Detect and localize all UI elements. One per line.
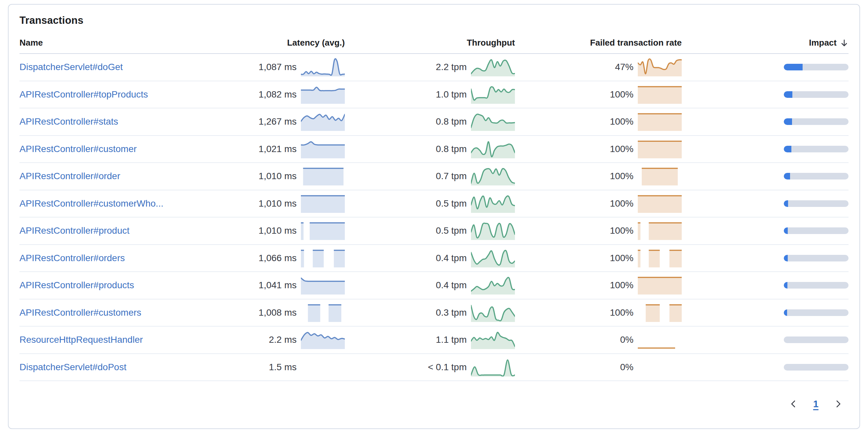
transaction-name-link[interactable]: APIRestController#customers xyxy=(20,308,142,318)
impact-bar-fill xyxy=(784,200,788,207)
impact-cell xyxy=(682,173,848,179)
latency-cell: 1,082 ms xyxy=(206,85,345,104)
throughput-cell: 0.5 tpm xyxy=(345,194,515,213)
transaction-name-link[interactable]: ResourceHttpRequestHandler xyxy=(20,335,143,345)
latency-sparkline xyxy=(301,140,345,158)
latency-sparkline xyxy=(301,194,345,213)
column-header-impact[interactable]: Impact xyxy=(682,38,848,48)
page-1-button[interactable]: 1 xyxy=(807,395,825,413)
throughput-value: 0.8 tpm xyxy=(436,116,467,127)
column-header-name: Name xyxy=(20,38,206,48)
throughput-cell: 0.4 tpm xyxy=(345,249,515,267)
latency-value: 1,021 ms xyxy=(259,144,297,154)
latency-cell: 1,066 ms xyxy=(206,249,345,267)
failed-rate-value: 100% xyxy=(610,144,633,154)
impact-cell xyxy=(682,91,848,98)
throughput-value: 2.2 tpm xyxy=(436,62,467,73)
throughput-sparkline xyxy=(471,58,515,76)
impact-cell xyxy=(682,200,848,207)
impact-bar-fill xyxy=(784,173,790,179)
throughput-value: 0.3 tpm xyxy=(436,308,467,318)
column-header-latency: Latency (avg.) xyxy=(206,38,345,48)
latency-sparkline xyxy=(301,358,345,376)
transaction-name-link[interactable]: APIRestController#order xyxy=(20,171,120,181)
transaction-name-link[interactable]: DispatcherServlet#doPost xyxy=(20,362,126,372)
failed-rate-cell: 100% xyxy=(515,140,682,158)
throughput-sparkline xyxy=(471,249,515,267)
impact-bar-fill xyxy=(784,64,803,70)
impact-bar-fill xyxy=(784,118,792,125)
throughput-value: 1.0 tpm xyxy=(436,89,467,100)
table-row: APIRestController#topProducts 1,082 ms 1… xyxy=(20,81,848,109)
throughput-cell: < 0.1 tpm xyxy=(345,358,515,376)
failed-rate-value: 47% xyxy=(615,62,633,73)
throughput-value: 0.4 tpm xyxy=(436,280,467,291)
previous-page-button[interactable] xyxy=(784,395,802,413)
table-body: DispatcherServlet#doGet 1,087 ms 2.2 tpm… xyxy=(20,54,848,381)
failed-rate-value: 100% xyxy=(610,198,633,209)
impact-bar xyxy=(784,64,848,70)
throughput-value: 0.5 tpm xyxy=(436,198,467,209)
impact-bar-fill xyxy=(784,282,787,289)
transaction-name-link[interactable]: APIRestController#products xyxy=(20,280,134,290)
name-cell: APIRestController#product xyxy=(20,225,206,236)
failed-rate-sparkline xyxy=(638,249,682,267)
transaction-name-link[interactable]: APIRestController#stats xyxy=(20,116,118,126)
table-row: APIRestController#orders 1,066 ms 0.4 tp… xyxy=(20,245,848,272)
transaction-name-link[interactable]: APIRestController#customerWho... xyxy=(20,198,163,208)
throughput-cell: 0.8 tpm xyxy=(345,112,515,131)
table-row: ResourceHttpRequestHandler 2.2 ms 1.1 tp… xyxy=(20,326,848,354)
table-header-row: Name Latency (avg.) Throughput Failed tr… xyxy=(20,38,848,54)
name-cell: DispatcherServlet#doGet xyxy=(20,62,206,73)
next-page-button[interactable] xyxy=(829,395,847,413)
transaction-name-link[interactable]: APIRestController#topProducts xyxy=(20,89,148,99)
latency-cell: 1,008 ms xyxy=(206,304,345,322)
throughput-sparkline xyxy=(471,222,515,240)
name-cell: APIRestController#customerWho... xyxy=(20,198,206,209)
failed-rate-value: 100% xyxy=(610,116,633,127)
failed-rate-cell: 100% xyxy=(515,276,682,294)
throughput-sparkline xyxy=(471,167,515,185)
impact-bar xyxy=(784,227,848,234)
impact-bar-fill xyxy=(784,309,787,316)
latency-value: 1,082 ms xyxy=(259,89,297,100)
impact-bar xyxy=(784,173,848,179)
throughput-sparkline xyxy=(471,304,515,322)
name-cell: APIRestController#topProducts xyxy=(20,89,206,100)
current-page-number: 1 xyxy=(813,399,818,409)
latency-value: 1,010 ms xyxy=(259,198,297,209)
latency-cell: 1.5 ms xyxy=(206,358,345,376)
failed-rate-sparkline xyxy=(638,358,682,376)
transaction-name-link[interactable]: APIRestController#orders xyxy=(20,253,125,263)
throughput-sparkline xyxy=(471,112,515,131)
latency-value: 1,010 ms xyxy=(259,171,297,181)
impact-bar xyxy=(784,309,848,316)
throughput-sparkline xyxy=(471,85,515,104)
impact-cell xyxy=(682,227,848,234)
impact-bar xyxy=(784,255,848,261)
failed-rate-cell: 0% xyxy=(515,358,682,376)
impact-cell xyxy=(682,118,848,125)
throughput-cell: 1.1 tpm xyxy=(345,330,515,349)
latency-value: 2.2 ms xyxy=(269,335,297,345)
failed-rate-value: 100% xyxy=(610,89,633,100)
latency-sparkline xyxy=(301,330,345,349)
failed-rate-sparkline xyxy=(638,276,682,294)
panel-title: Transactions xyxy=(20,5,848,38)
impact-cell xyxy=(682,255,848,261)
latency-value: 1,041 ms xyxy=(259,280,297,291)
failed-rate-cell: 0% xyxy=(515,330,682,349)
impact-bar xyxy=(784,282,848,289)
latency-sparkline xyxy=(301,112,345,131)
transactions-table: Name Latency (avg.) Throughput Failed tr… xyxy=(20,38,848,381)
latency-value: 1,010 ms xyxy=(259,225,297,236)
failed-rate-sparkline xyxy=(638,304,682,322)
failed-rate-sparkline xyxy=(638,194,682,213)
latency-sparkline xyxy=(301,276,345,294)
throughput-sparkline xyxy=(471,358,515,376)
latency-sparkline xyxy=(301,304,345,322)
transaction-name-link[interactable]: APIRestController#customer xyxy=(20,144,137,154)
transaction-name-link[interactable]: APIRestController#product xyxy=(20,225,129,236)
transaction-name-link[interactable]: DispatcherServlet#doGet xyxy=(20,62,123,72)
impact-bar xyxy=(784,146,848,152)
